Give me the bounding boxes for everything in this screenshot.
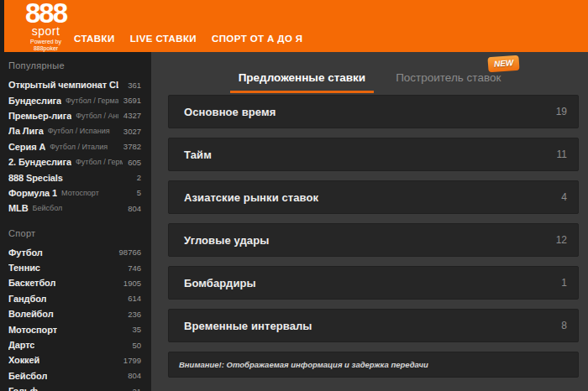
market-accordion-row[interactable]: Бомбардиры 1 (168, 266, 579, 300)
sidebar-item-count: 236 (123, 310, 141, 319)
sidebar-item-category: Футбол / Испания (48, 127, 110, 135)
market-accordion-row[interactable]: Основное время 19 (168, 95, 579, 128)
sidebar-item-popular[interactable]: 888 Specials 2 (0, 169, 151, 185)
sidebar-item-category: Футбол / Германия (76, 158, 123, 166)
tab-bet-builder[interactable]: Построитель ставок NEW (387, 71, 509, 93)
sidebar-item-popular[interactable]: Формула 1 Мотоспорт 5 (0, 185, 151, 201)
nav-item-stavki[interactable]: СТАВКИ (74, 34, 115, 44)
sidebar-item-name: Баскетбол (8, 278, 55, 288)
sidebar-item-sport[interactable]: Футбол 98766 (0, 245, 151, 260)
market-list: Основное время 19 Тайм 11 Азиатские рынк… (168, 95, 579, 342)
sidebar-item-name: Серия А (8, 142, 45, 152)
market-count: 19 (556, 106, 567, 117)
sidebar-item-count: 5 (132, 188, 141, 197)
top-header: 888 sport Powered by 888poker СТАВКИ LIV… (0, 0, 588, 52)
sidebar-item-count: 605 (123, 158, 141, 167)
new-badge: NEW (487, 55, 520, 73)
sidebar-item-count: 804 (123, 371, 141, 380)
main-content: Предложенные ставки Построитель ставок N… (151, 52, 588, 391)
888sport-logo[interactable]: 888 sport Powered by 888poker (25, 1, 66, 51)
sidebar-item-count: 804 (123, 204, 141, 213)
sidebar-item-name: Мотоспорт (8, 325, 57, 335)
sidebar-item-popular[interactable]: Серия А Футбол / Италия 3782 (0, 139, 151, 154)
sidebar-item-popular[interactable]: Открытый чемпионат США Тен... 361 (0, 77, 151, 92)
powered-by-line2: 888poker (34, 45, 58, 51)
tab-offered-bets[interactable]: Предложенные ставки (230, 71, 374, 93)
sidebar-item-sport[interactable]: Гольф 21 (0, 383, 151, 391)
sidebar-item-popular[interactable]: Ла Лига Футбол / Испания 3027 (0, 123, 151, 138)
sidebar-item-name: Гандбол (8, 294, 46, 304)
sidebar-item-name: Гольф (8, 386, 38, 391)
sidebar-item-count: 4327 (118, 111, 141, 120)
sidebar-item-popular[interactable]: Бундеслига Футбол / Германия 3691 (0, 92, 151, 107)
sidebar-item-category: Футбол / Италия (50, 143, 108, 151)
disclaimer-notice: Внимание!: Отображаемая информация и зад… (168, 352, 579, 378)
sidebar-item-sport[interactable]: Волейбол 236 (0, 306, 151, 321)
sidebar-item-name: Волейбол (8, 309, 54, 319)
sidebar-item-category: Футбол / Германия (66, 96, 118, 105)
nav-item-sport-a-z[interactable]: СПОРТ ОТ А ДО Я (212, 34, 303, 44)
sidebar-item-count: 3027 (118, 127, 141, 136)
sidebar-item-name: Формула 1 (8, 188, 57, 198)
market-label: Азиатские рынки ставок (184, 191, 318, 204)
market-label: Основное время (184, 106, 276, 118)
popular-list: Открытый чемпионат США Тен... 361 Бундес… (0, 77, 151, 216)
main-nav: СТАВКИ LIVE СТАВКИ СПОРТ ОТ А ДО Я (74, 34, 303, 44)
sidebar-item-sport[interactable]: Мотоспорт 35 (0, 321, 151, 336)
market-count: 11 (557, 149, 567, 160)
nav-item-live-stavki[interactable]: LIVE СТАВКИ (130, 34, 197, 44)
sidebar-popular-header: Популярные (0, 52, 151, 77)
market-accordion-row[interactable]: Азиатские рынки ставок 4 (168, 180, 579, 214)
sidebar-item-name: Бейсбол (8, 371, 47, 381)
sidebar-item-popular[interactable]: 2. Бундеслига Футбол / Германия 605 (0, 154, 151, 169)
sidebar-item-category: Футбол / Англия (76, 112, 118, 120)
sidebar-item-count: 2 (132, 173, 141, 182)
sidebar-item-name: MLB (8, 203, 29, 213)
logo-888-text: 888 (25, 1, 66, 26)
market-accordion-row[interactable]: Угловые удары 12 (168, 223, 579, 257)
sidebar-item-name: 888 Specials (8, 173, 63, 183)
sports-list: Футбол 98766 Теннис 746 Баскетбол 1905 Г… (0, 245, 151, 391)
sidebar-item-count: 21 (127, 387, 141, 391)
sidebar: Популярные Открытый чемпионат США Тен...… (0, 52, 151, 391)
sidebar-item-count: 361 (123, 81, 141, 90)
market-label: Тайм (184, 149, 212, 161)
sidebar-item-count: 1799 (118, 356, 141, 365)
sidebar-item-count: 35 (127, 325, 141, 334)
sidebar-item-name: Дартс (8, 340, 34, 350)
disclaimer-text: Внимание!: Отображаемая информация и зад… (179, 360, 428, 369)
sidebar-item-name: Футбол (8, 248, 43, 258)
sidebar-item-sport[interactable]: Дартс 50 (0, 337, 151, 352)
logo-powered-by: Powered by 888poker (30, 39, 61, 51)
sidebar-item-count: 746 (123, 263, 141, 273)
market-count: 12 (556, 234, 567, 246)
sidebar-item-name: Теннис (8, 263, 40, 273)
sidebar-item-popular[interactable]: MLB Бейсбол 804 (0, 201, 151, 216)
sidebar-item-sport[interactable]: Хоккей 1799 (0, 352, 151, 368)
market-accordion-row[interactable]: Тайм 11 (168, 138, 579, 171)
market-count: 8 (561, 320, 567, 331)
sidebar-item-count: 3691 (118, 96, 141, 105)
sidebar-item-sport[interactable]: Теннис 746 (0, 260, 151, 275)
sidebar-item-name: Открытый чемпионат США (8, 80, 118, 90)
sidebar-item-category: Мотоспорт (61, 189, 99, 197)
sidebar-item-count: 1905 (118, 279, 141, 288)
sidebar-item-sport[interactable]: Бейсбол 804 (0, 368, 151, 383)
sidebar-item-sport[interactable]: Гандбол 614 (0, 291, 151, 306)
sidebar-sport-header: Спорт (0, 220, 151, 245)
powered-by-line1: Powered by (30, 39, 61, 44)
sidebar-item-popular[interactable]: Премьер-лига Футбол / Англия 4327 (0, 108, 151, 123)
sidebar-item-name: 2. Бундеслига (8, 157, 71, 167)
sidebar-item-count: 98766 (114, 248, 141, 257)
tab-bet-builder-label: Построитель ставок (396, 71, 501, 84)
market-label: Угловые удары (184, 234, 269, 247)
sidebar-item-count: 3782 (118, 142, 141, 151)
sidebar-item-name: Бундеслига (8, 96, 61, 106)
market-accordion-row[interactable]: Временные интервалы 8 (168, 309, 579, 342)
sidebar-item-name: Ла Лига (8, 126, 44, 136)
logo-sport-text: sport (32, 26, 60, 37)
market-label: Бомбардиры (184, 277, 256, 289)
sidebar-item-category: Бейсбол (33, 204, 63, 212)
sidebar-item-sport[interactable]: Баскетбол 1905 (0, 275, 151, 290)
sidebar-item-name: Премьер-лига (8, 111, 71, 121)
